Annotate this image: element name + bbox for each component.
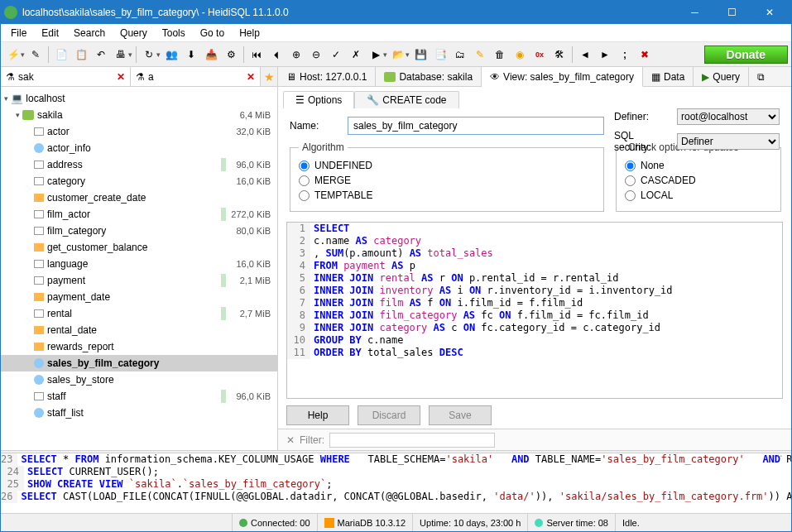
tree-item-actor_info[interactable]: actor_info [1, 140, 277, 156]
favorites-icon[interactable]: ★ [261, 67, 277, 86]
toolbar-format-icon[interactable]: ✎ [471, 46, 489, 64]
algo-temptable[interactable]: TEMPTABLE [299, 188, 595, 203]
toolbar-new-icon[interactable]: ✎ [26, 46, 45, 64]
sql-editor[interactable]: 1SELECT 2c.name AS category 3, SUM(p.amo… [286, 222, 783, 399]
tree-item-film_actor[interactable]: film_actor272,0 KiB [1, 206, 277, 223]
save-button[interactable]: Save [429, 405, 492, 425]
toolbar-connect-icon[interactable]: ⚡ [4, 46, 22, 64]
menu-goto[interactable]: Go to [194, 26, 231, 41]
toolbar-print-icon[interactable]: 🖶 [112, 46, 130, 64]
toolbar-snippets-icon[interactable]: 📑 [431, 46, 449, 64]
toolbar-prev-icon[interactable]: ⏴ [267, 46, 286, 64]
toolbar-prevresult-icon[interactable]: ◄ [576, 46, 594, 64]
tab-view[interactable]: 👁View: sales_by_film_category [482, 67, 643, 87]
tree-item-staff_list[interactable]: staff_list [1, 405, 277, 421]
definer-select[interactable]: root@localhost [677, 108, 780, 125]
tree-item-rental[interactable]: rental2,7 MiB [1, 305, 277, 322]
subtab-create[interactable]: 🔧CREATE code [354, 91, 458, 108]
minimize-button[interactable]: ─ [676, 1, 713, 24]
discard-button[interactable]: Discard [358, 405, 420, 425]
toolbar-undo-icon[interactable]: ↶ [92, 46, 110, 64]
menu-file[interactable]: File [4, 26, 33, 41]
sql-log[interactable]: 23SELECT * FROM information_schema.KEY_C… [1, 453, 791, 513]
toolbar-cancel-icon[interactable]: ✗ [347, 46, 365, 64]
toolbar-hex-icon[interactable]: 0x [530, 46, 549, 64]
toolbar-refresh-icon[interactable]: ↻ [140, 46, 158, 64]
algo-undefined[interactable]: UNDEFINED [299, 158, 595, 173]
menu-edit[interactable]: Edit [35, 26, 65, 41]
filter-input[interactable] [329, 433, 495, 448]
subtab-options[interactable]: ☰Options [283, 91, 354, 108]
help-button[interactable]: Help [286, 405, 349, 425]
sub-tabs: ☰Options 🔧CREATE code [278, 87, 791, 108]
toolbar-paste-icon[interactable]: 📋 [72, 46, 90, 64]
algo-merge[interactable]: MERGE [299, 173, 595, 188]
toolbar-settings-icon[interactable]: ⚙ [222, 46, 240, 64]
toolbar-exit-icon[interactable]: ✖ [636, 46, 654, 64]
toolbar-indicator-icon[interactable]: ◉ [511, 46, 529, 64]
close-tab-2-icon[interactable]: ✕ [247, 71, 255, 83]
tab-add[interactable]: ⧉ [749, 67, 773, 86]
tree-item-language[interactable]: language16,0 KiB [1, 256, 277, 272]
toolbar-nextresult-icon[interactable]: ► [596, 46, 614, 64]
horizontal-splitter[interactable] [1, 450, 791, 453]
toolbar-fileopen-icon[interactable]: 📂 [389, 46, 407, 64]
toolbar-save-icon[interactable]: 💾 [411, 46, 430, 64]
tree-item-film_category[interactable]: film_category80,0 KiB [1, 223, 277, 239]
check-local[interactable]: LOCAL [625, 188, 772, 203]
data-icon: ▦ [651, 71, 660, 83]
menu-tools[interactable]: Tools [156, 26, 192, 41]
tree-db[interactable]: ▾ sakila6,4 MiB [1, 107, 277, 123]
donate-button[interactable]: Donate [704, 46, 788, 64]
clear-filter-icon[interactable]: ✕ [286, 434, 295, 446]
tree-item-rental_date[interactable]: rental_date [1, 322, 277, 338]
tab-database[interactable]: Database: sakila [376, 67, 482, 86]
tree-item-customer_create_date[interactable]: customer_create_date [1, 189, 277, 206]
toolbar-export-icon[interactable]: ⬇ [182, 46, 200, 64]
db-tree[interactable]: ▾💻 localhost▾ sakila6,4 MiB actor32,0 Ki… [1, 87, 277, 450]
toolbar-first-icon[interactable]: ⏮ [247, 46, 266, 64]
toolbar-copy-icon[interactable]: 📄 [52, 46, 70, 64]
sidebar-tabs: ⚗ sak ✕ ⚗ a ✕ ★ [1, 67, 277, 87]
close-tab-1-icon[interactable]: ✕ [117, 71, 125, 83]
tab-host-label: Host: 127.0.0.1 [300, 71, 367, 83]
tree-item-sales_by_store[interactable]: sales_by_store [1, 371, 277, 388]
tree-item-rewards_report[interactable]: rewards_report [1, 338, 277, 355]
host-icon: 🖥 [286, 71, 296, 83]
tab-data[interactable]: ▦Data [643, 67, 694, 86]
toolbar-users-icon[interactable]: 👥 [162, 46, 180, 64]
toolbar-add-icon[interactable]: ⊕ [287, 46, 305, 64]
tree-item-payment[interactable]: payment2,1 MiB [1, 272, 277, 289]
security-select[interactable]: Definer [677, 133, 780, 150]
tree-item-category[interactable]: category16,0 KiB [1, 173, 277, 189]
toolbar-clear-icon[interactable]: 🗑 [491, 46, 509, 64]
toolbar-stop-icon[interactable]: ; [616, 46, 634, 64]
menu-help[interactable]: Help [233, 26, 266, 41]
tab-query[interactable]: ▶Query [694, 67, 749, 86]
toolbar-commit-icon[interactable]: ✓ [327, 46, 345, 64]
check-cascaded[interactable]: CASCADED [625, 173, 772, 188]
tree-item-sales_by_film_category[interactable]: sales_by_film_category [1, 355, 277, 371]
tree-item-address[interactable]: address96,0 KiB [1, 156, 277, 173]
tab-host[interactable]: 🖥Host: 127.0.0.1 [278, 67, 376, 86]
tree-item-get_customer_balance[interactable]: get_customer_balance [1, 239, 277, 256]
algorithm-fieldset: Algorithm UNDEFINED MERGE TEMPTABLE [290, 141, 604, 212]
tree-item-staff[interactable]: staff96,0 KiB [1, 388, 277, 405]
close-button[interactable]: ✕ [751, 1, 788, 24]
tree-host[interactable]: ▾💻 localhost [1, 90, 277, 107]
menu-search[interactable]: Search [67, 26, 112, 41]
tree-item-payment_date[interactable]: payment_date [1, 289, 277, 305]
toolbar-import-icon[interactable]: 📥 [202, 46, 220, 64]
menu-query[interactable]: Query [113, 26, 154, 41]
sidebar-tab-2[interactable]: ⚗ a ✕ [131, 67, 261, 86]
check-none[interactable]: None [625, 158, 772, 173]
toolbar-remove-icon[interactable]: ⊖ [307, 46, 325, 64]
name-input[interactable] [348, 117, 604, 135]
maximize-button[interactable]: ☐ [713, 1, 751, 24]
tree-item-actor[interactable]: actor32,0 KiB [1, 123, 277, 140]
sidebar-tab-1[interactable]: ⚗ sak ✕ [1, 67, 131, 86]
toolbar-tools-icon[interactable]: 🛠 [550, 46, 569, 64]
toolbar-run-icon[interactable]: ▶ [367, 46, 385, 64]
clock-icon [535, 519, 543, 527]
toolbar-variables-icon[interactable]: 🗂 [451, 46, 469, 64]
